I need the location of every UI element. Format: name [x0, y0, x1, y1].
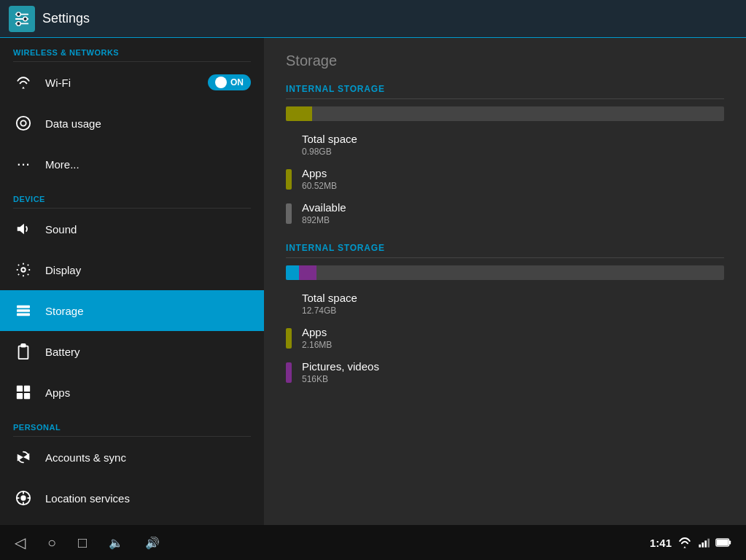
svg-point-7 — [20, 120, 26, 125]
wifi-icon — [13, 72, 34, 93]
battery-status-icon — [715, 537, 731, 548]
pictures-dot — [286, 362, 292, 383]
storage-row-apps-2: Apps 2.16MB — [286, 326, 724, 350]
location-icon — [13, 488, 34, 508]
available-value-1: 892MB — [302, 215, 346, 225]
internal-storage-section-1: INTERNAL STORAGE Total space 0.98GB Apps… — [286, 84, 724, 225]
volume-down-icon[interactable]: 🔈 — [109, 536, 123, 550]
svg-point-22 — [21, 496, 26, 500]
location-label: Location services — [45, 492, 130, 505]
total-space-value-2: 12.74GB — [302, 306, 357, 316]
bar-segment-apps — [286, 106, 312, 121]
sidebar-item-display[interactable]: Display — [0, 249, 264, 290]
signal-icon — [698, 537, 710, 548]
svg-rect-35 — [717, 540, 728, 545]
home-icon[interactable]: ○ — [47, 534, 56, 551]
svg-point-5 — [17, 21, 21, 25]
sidebar: WIRELESS & NETWORKS Wi-Fi ON — [0, 38, 264, 560]
storage-bar-2 — [286, 265, 724, 280]
svg-point-6 — [17, 117, 30, 130]
apps-icon — [13, 382, 34, 402]
pictures-label: Pictures, videos — [302, 360, 379, 373]
storage-section-title-1: INTERNAL STORAGE — [286, 84, 724, 99]
storage-row-total-2: Total space 12.74GB — [286, 292, 724, 316]
sidebar-item-wifi[interactable]: Wi-Fi ON — [0, 62, 264, 103]
section-header-device: DEVICE — [0, 184, 264, 208]
topbar: Settings — [0, 0, 746, 38]
data-usage-label: Data usage — [45, 117, 101, 130]
display-icon — [13, 260, 34, 280]
svg-rect-17 — [17, 393, 23, 399]
more-label: More... — [45, 158, 79, 171]
svg-rect-12 — [17, 314, 30, 316]
sidebar-item-storage[interactable]: Storage — [0, 290, 264, 331]
svg-rect-15 — [17, 386, 23, 392]
storage-row-available-1: Available 892MB — [286, 201, 724, 225]
battery-icon — [13, 341, 34, 362]
svg-rect-32 — [707, 539, 710, 548]
svg-rect-18 — [24, 393, 30, 399]
apps-value-2: 2.16MB — [302, 340, 332, 350]
total-space-value-1: 0.98GB — [302, 147, 357, 157]
svg-rect-29 — [699, 545, 701, 548]
storage-label: Storage — [45, 305, 84, 317]
content-area: Storage INTERNAL STORAGE Total space 0.9… — [264, 38, 746, 560]
wifi-label: Wi-Fi — [45, 77, 71, 89]
wifi-toggle[interactable]: ON — [208, 74, 251, 90]
volume-up-icon[interactable]: 🔊 — [145, 536, 160, 550]
sidebar-item-more[interactable]: ··· More... — [0, 144, 264, 184]
total-space-dot-2 — [286, 294, 292, 314]
svg-rect-16 — [24, 386, 30, 392]
sidebar-item-accounts[interactable]: Accounts & sync — [0, 437, 264, 478]
available-dot-1 — [286, 203, 292, 224]
storage-row-apps-1: Apps 60.52MB — [286, 167, 724, 191]
sound-label: Sound — [45, 223, 77, 236]
svg-rect-31 — [704, 540, 707, 547]
display-label: Display — [45, 264, 81, 276]
svg-marker-19 — [25, 454, 29, 459]
svg-rect-11 — [17, 309, 30, 312]
sidebar-item-location[interactable]: Location services — [0, 478, 264, 518]
nav-icons: ◁ ○ □ 🔈 🔊 — [15, 534, 160, 551]
accounts-icon — [13, 447, 34, 467]
svg-rect-13 — [19, 346, 28, 359]
sidebar-item-data-usage[interactable]: Data usage — [0, 103, 264, 144]
settings-icon — [9, 6, 35, 32]
sidebar-item-battery[interactable]: Battery — [0, 331, 264, 372]
sidebar-item-apps[interactable]: Apps — [0, 372, 264, 413]
storage-page-title: Storage — [286, 52, 724, 69]
status-bar: 1:41 — [650, 537, 731, 549]
storage-bar-1 — [286, 106, 724, 121]
svg-rect-30 — [702, 542, 704, 548]
section-header-personal: PERSONAL — [0, 413, 264, 436]
data-usage-icon — [13, 113, 34, 133]
wifi-status-icon — [677, 537, 692, 548]
svg-rect-14 — [21, 344, 26, 347]
bottom-nav-bar: ◁ ○ □ 🔈 🔊 1:41 — [0, 525, 746, 560]
apps-dot-2 — [286, 328, 292, 349]
storage-section-title-2: INTERNAL STORAGE — [286, 243, 724, 258]
svg-rect-10 — [17, 306, 30, 308]
sidebar-item-sound[interactable]: Sound — [0, 209, 264, 249]
apps-label-2: Apps — [302, 326, 332, 338]
bar-segment-blue — [286, 265, 299, 280]
apps-label-1: Apps — [302, 167, 337, 179]
storage-row-pictures: Pictures, videos 516KB — [286, 360, 724, 384]
svg-point-3 — [17, 12, 21, 16]
storage-icon — [13, 300, 34, 321]
main-layout: WIRELESS & NETWORKS Wi-Fi ON — [0, 38, 746, 560]
total-space-dot-1 — [286, 135, 292, 155]
svg-marker-20 — [18, 455, 23, 459]
clock: 1:41 — [650, 537, 672, 549]
available-label-1: Available — [302, 201, 346, 214]
sound-icon — [13, 219, 34, 239]
battery-label: Battery — [45, 346, 80, 358]
apps-dot-1 — [286, 169, 292, 190]
bar-segment-purple — [299, 265, 316, 280]
svg-point-9 — [21, 268, 26, 272]
more-icon: ··· — [13, 154, 34, 174]
recents-icon[interactable]: □ — [78, 534, 87, 551]
total-space-label-2: Total space — [302, 292, 357, 304]
back-icon[interactable]: ◁ — [15, 534, 26, 551]
storage-row-total-1: Total space 0.98GB — [286, 133, 724, 157]
